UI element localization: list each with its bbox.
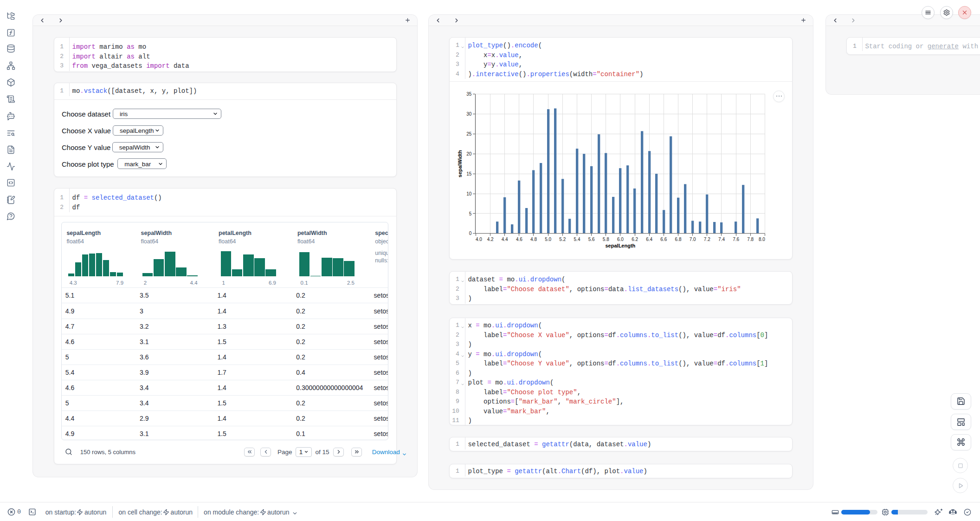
svg-text:sepalLength: sepalLength — [605, 243, 635, 248]
svg-text:7.0: 7.0 — [690, 237, 696, 242]
svg-text:5.6: 5.6 — [588, 237, 595, 242]
svg-text:5.2: 5.2 — [559, 237, 566, 242]
svg-text:4.2: 4.2 — [487, 237, 494, 242]
svg-text:6.4: 6.4 — [646, 237, 652, 242]
svg-text:6.8: 6.8 — [675, 237, 682, 242]
svg-text:5.4: 5.4 — [574, 237, 580, 242]
svg-text:6.0: 6.0 — [617, 237, 624, 242]
svg-text:4.8: 4.8 — [530, 237, 537, 242]
svg-text:7.2: 7.2 — [704, 237, 710, 242]
svg-text:7.8: 7.8 — [747, 237, 754, 242]
svg-text:30: 30 — [466, 111, 472, 117]
svg-text:8.0: 8.0 — [759, 237, 765, 242]
svg-text:5.8: 5.8 — [603, 237, 609, 242]
svg-text:10: 10 — [466, 191, 472, 196]
svg-text:4.4: 4.4 — [502, 237, 508, 242]
svg-text:6.6: 6.6 — [660, 237, 667, 242]
svg-text:6.2: 6.2 — [632, 237, 638, 242]
svg-text:15: 15 — [466, 171, 472, 176]
svg-text:20: 20 — [466, 151, 472, 156]
svg-text:7.4: 7.4 — [718, 237, 725, 242]
svg-text:5.0: 5.0 — [545, 237, 551, 242]
svg-text:25: 25 — [466, 131, 472, 137]
svg-text:4.6: 4.6 — [516, 237, 522, 242]
svg-text:sepalWidth: sepalWidth — [457, 150, 463, 177]
svg-text:35: 35 — [466, 91, 472, 97]
svg-text:7.6: 7.6 — [733, 237, 739, 242]
svg-text:4.0: 4.0 — [476, 237, 482, 242]
svg-text:0: 0 — [469, 231, 472, 236]
svg-text:5: 5 — [469, 211, 472, 216]
